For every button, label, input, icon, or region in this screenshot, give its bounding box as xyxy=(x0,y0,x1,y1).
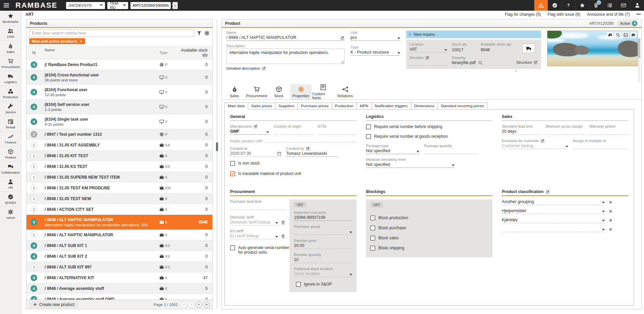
table-row[interactable]: 1/ 8948 / ACTION CITY SETK0 xyxy=(26,204,212,215)
is-non-stock-checkbox[interactable]: Is non stock xyxy=(230,161,357,166)
header-action[interactable]: Flag with issue (6) xyxy=(548,12,580,17)
unit-select[interactable]: pcs xyxy=(351,35,400,41)
col-type[interactable]: Type xyxy=(159,48,180,57)
alert-icon[interactable] xyxy=(534,0,548,11)
remove-icon[interactable] xyxy=(609,200,612,204)
block-sales-checkbox[interactable]: Block sales xyxy=(370,236,488,241)
header-action[interactable]: Flag for changes (5) xyxy=(505,12,541,17)
table-row[interactable]: 1/ 8948 / ALT HAPTIC MANIPULATORK0 xyxy=(26,230,212,240)
table-row[interactable]: 4/ 8948 / Average assembly stuff GMDK0 xyxy=(26,294,212,300)
auto-generate-serials-checkbox[interactable]: Auto generate serial numbers for product… xyxy=(230,245,294,255)
table-row[interactable]: 4/ 8948 / ALT HAPTIC MANIPULATORAlternat… xyxy=(26,215,212,230)
table-row[interactable]: 1/ 8948 / ALT SUB KIT 997KS0 xyxy=(26,262,212,272)
classification-select[interactable]: Another grouping xyxy=(502,199,605,205)
detailed-description-link[interactable]: Detailed description xyxy=(226,66,266,70)
tab-procurement[interactable]: Procurement xyxy=(246,84,267,100)
edit-icon[interactable] xyxy=(340,36,344,40)
checkbox[interactable] xyxy=(296,282,301,287)
remove-icon[interactable] xyxy=(609,218,612,222)
type-select[interactable]: K - Product structure xyxy=(351,50,400,56)
edit-icon[interactable] xyxy=(306,146,310,150)
table-row[interactable]: 1/ 8948 / 31.05 KIT ASSEMBLYKA0 xyxy=(26,140,212,150)
reorder-point-field[interactable]: 20.00 xyxy=(294,243,352,249)
environment-select[interactable]: TEM-NO xyxy=(107,2,128,9)
table-row[interactable]: 4(8104) Self service user1-3 pointsV0 xyxy=(26,100,212,114)
package-type-select[interactable]: Not specified xyxy=(366,148,419,154)
table-row[interactable]: 4/ 8948 / ALT SUB KIT 1KS0 xyxy=(26,240,212,251)
subtab-purchase-prices[interactable]: Purchase prices xyxy=(298,103,332,110)
stock-transport-button[interactable] xyxy=(522,44,535,53)
header-action[interactable]: Announce end of life (7) xyxy=(587,12,630,17)
col-name[interactable]: Name xyxy=(41,48,159,57)
sidebar-item-logistics[interactable]: Logistics xyxy=(0,71,21,86)
search-input[interactable] xyxy=(29,29,194,37)
tab-relations[interactable]: Relations xyxy=(334,84,356,100)
pg-next-button[interactable] xyxy=(196,302,202,308)
help-icon[interactable]: ? xyxy=(561,0,575,11)
checkbox[interactable] xyxy=(370,236,375,241)
table-row[interactable]: 4/ 8948 / Average assembly stuffK5 xyxy=(26,283,212,294)
search-button[interactable] xyxy=(614,32,621,38)
col-available-stock-qty[interactable]: Available stock qty xyxy=(180,48,212,57)
checkbox-checked[interactable] xyxy=(230,171,235,176)
subtab-dimensions[interactable]: Dimensions xyxy=(411,103,438,110)
subtab-sales-prices[interactable]: Sales prices xyxy=(248,103,276,110)
block-shipping-checkbox[interactable]: Block shipping xyxy=(370,246,488,251)
classification-select[interactable]: Hjelpemiddel xyxy=(502,208,605,214)
sidebar-item-product[interactable]: Product xyxy=(0,146,21,162)
sidebar-item-finance[interactable]: Finance xyxy=(0,131,21,146)
created-at-field[interactable]: 2020.07.30 xyxy=(230,151,281,157)
drawing-value[interactable]: binaryfile.pdf xyxy=(452,60,476,65)
cloud-up-button[interactable] xyxy=(607,32,613,38)
purchase-group-select[interactable] xyxy=(294,229,352,235)
product-image[interactable] xyxy=(547,30,638,66)
table-row[interactable]: 4/ 8948 / ALTERNATIVE KITK47 xyxy=(26,272,212,283)
check-circle-icon[interactable] xyxy=(548,0,561,11)
trash-icon[interactable] xyxy=(281,234,285,239)
sidebar-item-production[interactable]: Production xyxy=(0,86,21,101)
subtab-standard-recurring-prices[interactable]: Standard recurring prices xyxy=(437,103,487,110)
preferred-stock-location-select[interactable]: Stock location xyxy=(294,271,352,277)
subtab-mpn[interactable]: MPN xyxy=(357,103,372,110)
sidebar-item-collaboration[interactable]: Collaboration xyxy=(0,162,21,177)
revision-field[interactable] xyxy=(410,60,447,66)
table-row[interactable]: 4(8104) Functional user12-35 pointsV0 xyxy=(26,85,212,100)
edit-icon[interactable] xyxy=(546,190,550,194)
gear-icon[interactable] xyxy=(204,30,210,36)
address-input[interactable] xyxy=(130,2,171,9)
chevron-down-icon[interactable] xyxy=(514,69,519,73)
table-row[interactable]: 1/ 8948 / 31.05 KS TESTKS0 xyxy=(26,161,212,172)
user-icon[interactable] xyxy=(630,0,644,11)
serial-before-shipping-checkbox[interactable]: Require serial number before shipping xyxy=(366,124,492,129)
filter-icon[interactable] xyxy=(197,31,202,36)
tab-properties[interactable]: Properties xyxy=(290,84,312,100)
table-row[interactable]: 4(8104) Cross-functional user36 points a… xyxy=(26,70,212,85)
cloud-down-button[interactable] xyxy=(630,32,637,38)
checkbox[interactable] xyxy=(230,161,235,166)
back-button[interactable]: ‹ xyxy=(172,2,178,9)
block-purchase-checkbox[interactable]: Block purchase xyxy=(370,226,488,231)
hamburger-menu-icon[interactable] xyxy=(0,0,13,11)
sidebar-item-crm[interactable]: CRM xyxy=(0,26,21,41)
tab-custom-fields[interactable]: Custom fields xyxy=(312,84,334,100)
system-select[interactable]: JHCDEVSYS xyxy=(66,2,105,9)
sidebar-item-qhses[interactable]: QHSES xyxy=(0,192,21,207)
edit-icon[interactable] xyxy=(541,139,545,143)
scrollbar-thumb[interactable] xyxy=(638,39,640,58)
subtab-production[interactable]: Production xyxy=(332,103,357,110)
tab-sales[interactable]: $Sales xyxy=(224,84,245,100)
classification-select[interactable]: Kjøretøy xyxy=(502,217,605,223)
location-select[interactable]: VAT xyxy=(410,47,447,53)
subtab-suppliers[interactable]: Suppliers xyxy=(275,103,298,110)
paperclip-icon[interactable]: 1 xyxy=(589,0,603,11)
calendar-icon[interactable] xyxy=(277,151,281,156)
ignore-in-sop-checkbox[interactable]: Ignore in S&OP xyxy=(296,282,352,287)
close-icon[interactable] xyxy=(79,40,83,43)
name-value[interactable]: / 8948 / ALT HAPTIC MANIPULATOR xyxy=(226,35,296,40)
list-icon[interactable] xyxy=(603,0,616,11)
warranty-period-field[interactable] xyxy=(589,129,628,135)
scrollbar[interactable] xyxy=(638,39,640,83)
classification-select[interactable] xyxy=(502,227,605,232)
block-production-checkbox[interactable]: Block production xyxy=(370,215,488,221)
assign-in-multiple-of-field[interactable] xyxy=(573,143,628,149)
